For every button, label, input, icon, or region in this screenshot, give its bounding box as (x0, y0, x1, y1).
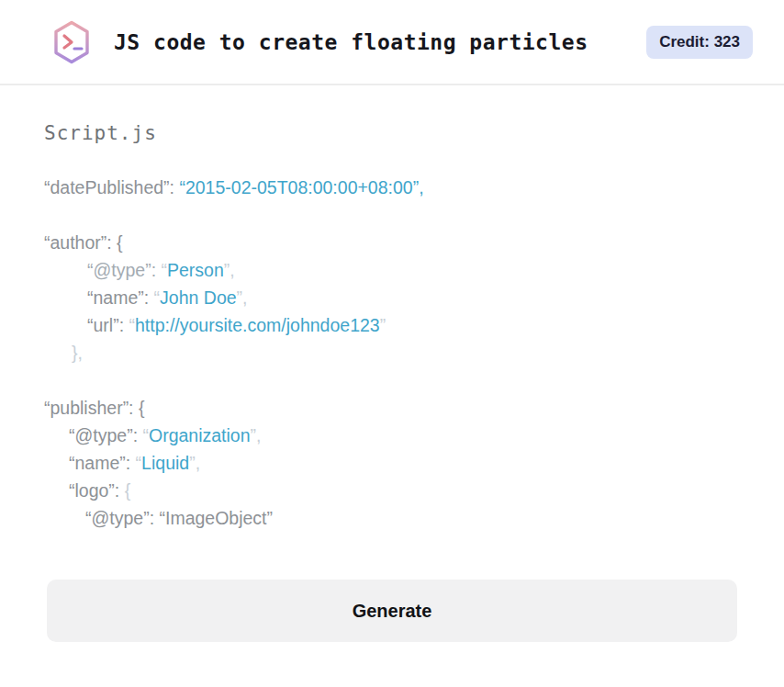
page-title: JS code to create floating particles (114, 30, 588, 54)
code-line: }, (44, 339, 740, 366)
main-content: Script.js “datePublished”: “2015-02-05T0… (0, 122, 784, 642)
code-token: Liquid (141, 453, 189, 473)
code-line: “@type”: “Person”, (44, 256, 740, 284)
code-line: “author”: { (44, 229, 740, 256)
code-token: }, (72, 343, 83, 363)
code-token: “publisher”: { (44, 398, 144, 418)
code-token: { (125, 480, 131, 501)
code-token: “author”: { (44, 232, 123, 253)
code-line: “url”: “http://yoursite.com/johndoe123” (44, 311, 740, 339)
file-name-label: Script.js (44, 122, 740, 144)
code-token: “@type”: (69, 425, 142, 445)
header: JS code to create floating particles Cre… (0, 0, 784, 85)
code-token: Person (167, 260, 224, 280)
code-line: “datePublished”: “2015-02-05T08:00:00+08… (44, 174, 740, 201)
code-token: ”, (224, 260, 235, 280)
code-line: “name”: “John Doe”, (44, 284, 740, 311)
code-token: ”, (189, 453, 200, 473)
code-line: “@type”: “Organization”, (44, 422, 740, 449)
code-token: John Doe (160, 287, 236, 308)
code-line (44, 201, 740, 229)
credit-badge: Credit: 323 (646, 26, 753, 59)
terminal-prompt-hexagon-icon (52, 20, 91, 64)
code-token: “@type”: (87, 260, 161, 280)
code-line (44, 366, 740, 394)
code-token: ”, (251, 425, 262, 445)
code-token: “datePublished”: (44, 177, 179, 197)
code-line: “@type”: “ImageObject” (44, 504, 740, 532)
code-token: Organization (149, 425, 251, 445)
code-token: “name”: (69, 453, 136, 473)
code-line: “publisher”: { (44, 394, 740, 422)
code-token: “@type”: “ImageObject” (85, 508, 273, 528)
code-token: http://yoursite.com/johndoe123 (135, 315, 380, 335)
code-block: “datePublished”: “2015-02-05T08:00:00+08… (44, 174, 740, 532)
code-line: “logo”: { (44, 477, 740, 504)
code-token: ” (380, 315, 386, 335)
code-line: “name”: “Liquid”, (44, 449, 740, 477)
code-token: “url”: (87, 315, 129, 335)
code-token: ”, (237, 287, 248, 308)
generate-button[interactable]: Generate (47, 580, 737, 642)
code-token: “2015-02-05T08:00:00+08:00”, (179, 177, 423, 197)
code-token: “logo”: (69, 480, 125, 501)
code-token: “name”: (87, 287, 154, 308)
